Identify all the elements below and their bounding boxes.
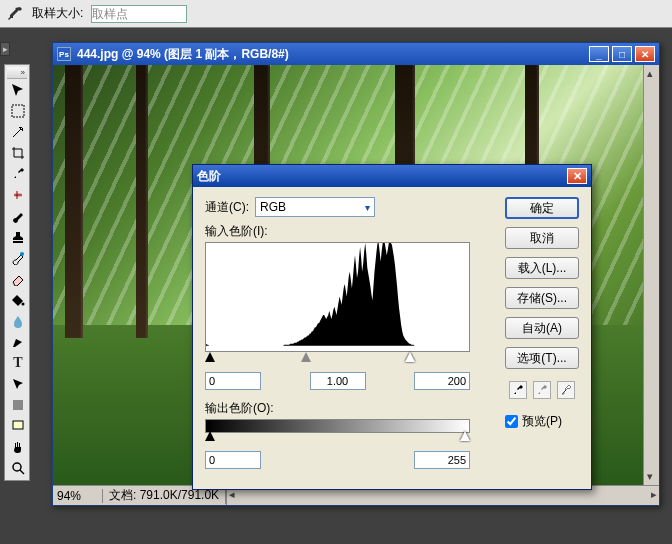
crop-tool-icon[interactable] — [7, 143, 29, 163]
eraser-tool-icon[interactable] — [7, 269, 29, 289]
input-highlight-slider[interactable] — [405, 352, 415, 362]
input-shadow-slider[interactable] — [205, 352, 215, 362]
vertical-scrollbar[interactable] — [643, 65, 659, 485]
cancel-button[interactable]: 取消 — [505, 227, 579, 249]
svg-rect-6 — [13, 421, 23, 429]
svg-point-7 — [13, 463, 21, 471]
maximize-button[interactable]: □ — [612, 46, 632, 62]
auto-button[interactable]: 自动(A) — [505, 317, 579, 339]
brush-tool-icon[interactable] — [7, 206, 29, 226]
stamp-tool-icon[interactable] — [7, 227, 29, 247]
sample-size-value: 取样点 — [92, 7, 128, 21]
type-tool-icon[interactable]: T — [7, 353, 29, 373]
output-sliders[interactable] — [205, 433, 470, 445]
bucket-tool-icon[interactable] — [7, 290, 29, 310]
save-button[interactable]: 存储(S)... — [505, 287, 579, 309]
svg-point-4 — [22, 303, 25, 306]
sample-size-select[interactable]: 取样点 — [91, 5, 187, 23]
wand-tool-icon[interactable] — [7, 122, 29, 142]
toolbox-header[interactable]: » — [7, 67, 27, 79]
levels-dialog: 色阶 ✕ 通道(C): RGB ▾ 输入色阶(I): — [192, 164, 592, 490]
dialog-titlebar[interactable]: 色阶 ✕ — [193, 165, 591, 187]
svg-point-3 — [20, 252, 24, 256]
document-titlebar[interactable]: Ps 444.jpg @ 94% (图层 1 副本，RGB/8#) _ □ ✕ — [53, 43, 659, 65]
black-point-eyedropper-icon[interactable] — [509, 381, 527, 399]
notes-tool-icon[interactable] — [7, 416, 29, 436]
zoom-field[interactable]: 94% — [53, 489, 103, 503]
dialog-title: 色阶 — [197, 168, 221, 185]
output-gradient — [205, 419, 470, 433]
input-midtone-field[interactable] — [310, 372, 366, 390]
healing-brush-icon[interactable] — [7, 185, 29, 205]
path-select-icon[interactable] — [7, 374, 29, 394]
svg-rect-0 — [12, 105, 24, 117]
preview-label: 预览(P) — [522, 413, 562, 430]
channel-select[interactable]: RGB ▾ — [255, 197, 375, 217]
zoom-tool-icon[interactable] — [7, 458, 29, 478]
white-point-eyedropper-icon[interactable] — [557, 381, 575, 399]
doc-info-label: 文档: — [109, 488, 136, 502]
hand-tool-icon[interactable] — [7, 437, 29, 457]
dialog-close-button[interactable]: ✕ — [567, 168, 587, 184]
toolbox: » T — [4, 64, 30, 481]
shape-tool-icon[interactable] — [7, 395, 29, 415]
input-levels-label: 输入色阶(I): — [205, 223, 493, 240]
options-button[interactable]: 选项(T)... — [505, 347, 579, 369]
sample-size-label: 取样大小: — [32, 5, 83, 22]
channel-label: 通道(C): — [205, 199, 249, 216]
marquee-tool-icon[interactable] — [7, 101, 29, 121]
gray-point-eyedropper-icon[interactable] — [533, 381, 551, 399]
histogram — [205, 242, 470, 352]
channel-value: RGB — [260, 200, 286, 214]
eyedropper-icon[interactable] — [7, 164, 29, 184]
ok-button[interactable]: 确定 — [505, 197, 579, 219]
output-highlight-field[interactable] — [414, 451, 470, 469]
document-icon: Ps — [57, 47, 71, 61]
load-button[interactable]: 载入(L)... — [505, 257, 579, 279]
document-title: 444.jpg @ 94% (图层 1 副本，RGB/8#) — [77, 46, 289, 63]
eyedropper-tool-icon[interactable] — [6, 5, 24, 23]
preview-checkbox[interactable] — [505, 415, 518, 428]
pen-tool-icon[interactable] — [7, 332, 29, 352]
input-shadow-field[interactable] — [205, 372, 261, 390]
input-sliders[interactable] — [205, 354, 470, 366]
blur-tool-icon[interactable] — [7, 311, 29, 331]
options-bar: 取样大小: 取样点 — [0, 0, 672, 28]
move-tool-icon[interactable] — [7, 80, 29, 100]
history-brush-icon[interactable] — [7, 248, 29, 268]
minimize-button[interactable]: _ — [589, 46, 609, 62]
output-shadow-slider[interactable] — [205, 431, 215, 441]
svg-rect-5 — [13, 400, 23, 410]
chevron-down-icon: ▾ — [365, 202, 370, 213]
eyedropper-group — [505, 381, 579, 399]
output-shadow-field[interactable] — [205, 451, 261, 469]
input-midtone-slider[interactable] — [301, 352, 311, 362]
palette-toggle[interactable]: ▸ — [0, 42, 10, 56]
output-levels-label: 输出色阶(O): — [205, 400, 493, 417]
close-button[interactable]: ✕ — [635, 46, 655, 62]
doc-info-size: 791.0K/791.0K — [140, 488, 219, 502]
input-highlight-field[interactable] — [414, 372, 470, 390]
preview-checkbox-row[interactable]: 预览(P) — [505, 413, 579, 430]
svg-rect-2 — [13, 241, 23, 243]
output-highlight-slider[interactable] — [460, 431, 470, 441]
